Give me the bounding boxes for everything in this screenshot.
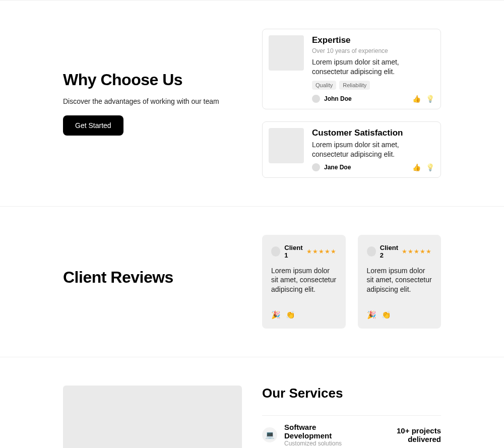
avatar (271, 246, 280, 257)
feature-title: Customer Satisfaction (312, 128, 434, 138)
party-icon[interactable]: 🎉 (367, 310, 376, 319)
reviews-grid: Client 1 ★★★★★ Lorem ipsum dolor sit ame… (262, 235, 441, 329)
reviewer: Client 1 (271, 244, 306, 259)
star-rating-icon: ★★★★★ (306, 248, 337, 255)
feature-thumbnail (269, 128, 304, 163)
feature-description: Lorem ipsum dolor sit amet, consectetur … (312, 57, 434, 77)
clap-icon[interactable]: 👏 (286, 310, 295, 319)
party-icon[interactable]: 🎉 (271, 310, 281, 319)
feature-caption: Over 10 years of experience (312, 47, 434, 54)
reviewer-name: Client 2 (380, 244, 402, 259)
our-services-section: Our Services 💻 Software Development Cust… (0, 357, 504, 448)
review-text: Lorem ipsum dolor sit amet, consectetur … (367, 266, 432, 295)
review-reactions: 🎉 👏 (271, 310, 337, 319)
reviewer-name: Client 1 (284, 244, 306, 259)
service-name: Software Development (284, 423, 358, 440)
review-text: Lorem ipsum dolor sit amet, consectetur … (271, 266, 337, 295)
author: Jane Doe (312, 163, 351, 171)
feature-card: Expertise Over 10 years of experience Lo… (262, 29, 441, 109)
feature-card: Customer Satisfaction Lorem ipsum dolor … (262, 121, 441, 178)
review-card: Client 2 ★★★★★ Lorem ipsum dolor sit ame… (358, 235, 442, 329)
author-name: Jane Doe (324, 164, 351, 171)
thumbs-up-icon[interactable]: 👍 (412, 163, 421, 171)
tag: Reliability (339, 81, 370, 90)
why-choose-us-cards: Expertise Over 10 years of experience Lo… (262, 29, 441, 178)
feature-thumbnail (269, 35, 304, 71)
clap-icon[interactable]: 👏 (382, 310, 391, 319)
laptop-icon: 💻 (262, 427, 277, 442)
bulb-icon[interactable]: 💡 (426, 95, 434, 103)
section-subtitle: Discover the advantages of working with … (63, 97, 242, 105)
feature-title: Expertise (312, 35, 434, 45)
reviewer: Client 2 (367, 244, 402, 259)
star-rating-icon: ★★★★★ (402, 248, 432, 255)
thumbs-up-icon[interactable]: 👍 (412, 95, 421, 103)
feature-tags: Quality Reliability (312, 81, 434, 90)
section-title: Our Services (262, 386, 441, 401)
why-choose-us-intro: Why Choose Us Discover the advantages of… (63, 71, 242, 136)
tag: Quality (312, 81, 336, 90)
reactions: 👍 💡 (412, 163, 434, 171)
service-row: 💻 Software Development Customized soluti… (262, 415, 441, 448)
service-subtitle: Customized solutions (284, 440, 358, 447)
service-metric: 10+ projects delivered (365, 426, 441, 443)
client-reviews-section: Client Reviews Client 1 ★★★★★ Lorem ipsu… (0, 206, 504, 357)
feature-description: Lorem ipsum dolor sit amet, consectetur … (312, 140, 434, 159)
author-name: John Doe (324, 95, 352, 102)
section-title: Client Reviews (63, 268, 242, 287)
avatar (312, 163, 320, 171)
bulb-icon[interactable]: 💡 (426, 163, 434, 171)
review-card: Client 1 ★★★★★ Lorem ipsum dolor sit ame… (262, 235, 346, 329)
avatar (312, 95, 320, 103)
section-title: Why Choose Us (63, 71, 242, 89)
author: John Doe (312, 95, 352, 103)
reactions: 👍 💡 (412, 95, 434, 103)
services-image (63, 386, 242, 448)
why-choose-us-section: Why Choose Us Discover the advantages of… (0, 0, 504, 206)
review-reactions: 🎉 👏 (367, 310, 432, 319)
get-started-button[interactable]: Get Started (63, 115, 123, 136)
avatar (367, 246, 376, 257)
